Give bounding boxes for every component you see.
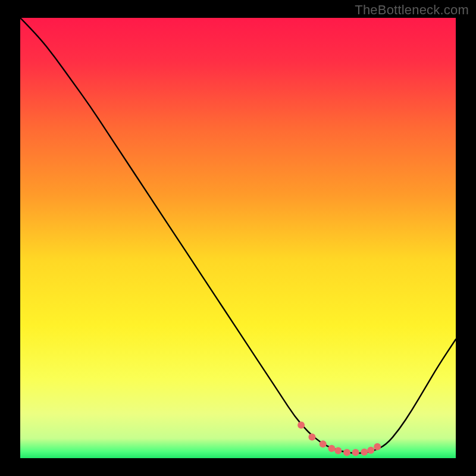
chart-frame: TheBottleneck.com [0, 0, 476, 476]
optimal-marker [352, 449, 359, 456]
bottleneck-chart [20, 18, 456, 458]
optimal-marker [343, 449, 350, 456]
optimal-marker [308, 433, 315, 440]
optimal-marker [367, 447, 374, 454]
optimal-marker [298, 422, 305, 429]
plot-area [20, 18, 456, 458]
optimal-marker [334, 447, 342, 454]
optimal-marker [320, 440, 327, 447]
optimal-marker [374, 443, 381, 450]
optimal-marker [328, 445, 335, 452]
optimal-marker [361, 449, 368, 456]
gradient-background [20, 18, 456, 458]
watermark-label: TheBottleneck.com [355, 2, 469, 18]
